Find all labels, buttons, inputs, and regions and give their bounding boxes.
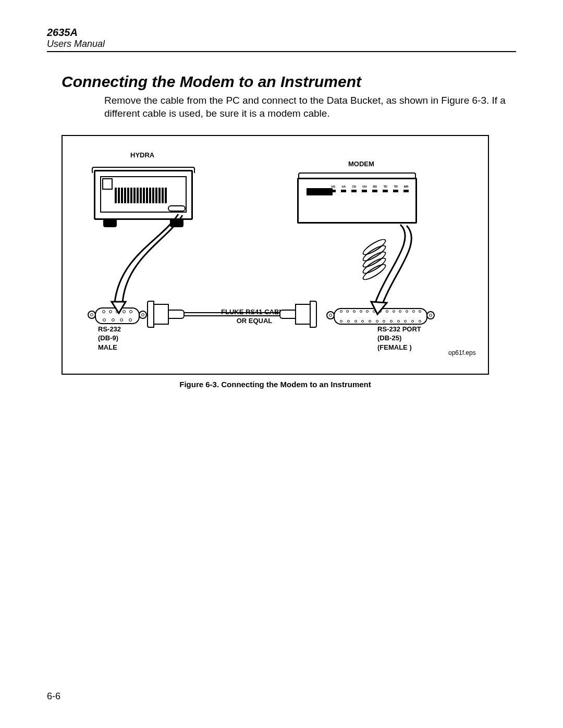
db25-connector-icon	[328, 307, 433, 326]
section-paragraph: Remove the cable from the PC and connect…	[104, 94, 506, 120]
page-number: 6-6	[47, 691, 60, 702]
page-header: 2635A Users Manual	[47, 26, 516, 52]
document-type: Users Manual	[47, 39, 516, 50]
label-modem: MODEM	[348, 159, 374, 169]
cable-coil-icon	[361, 243, 388, 276]
label-db25-port: RS-232 PORT (DB-25) (FEMALE )	[377, 325, 421, 352]
model-number: 2635A	[47, 26, 516, 39]
eps-filename: op61f.eps	[448, 349, 476, 356]
modem-led-row: HSAACDOHRDTDTRMR	[329, 185, 410, 192]
rs41-cable-icon	[151, 301, 313, 328]
hydra-vent-icon	[115, 188, 169, 203]
hydra-device-icon	[89, 165, 198, 227]
label-db9-port: RS-232 (DB-9) MALE	[98, 325, 121, 352]
db9-connector-icon	[89, 305, 146, 326]
modem-device-icon: HSAACDOHRDTDTRMR	[297, 172, 417, 224]
section-heading: Connecting the Modem to an Instrument	[62, 73, 516, 91]
label-hydra: HYDRA	[130, 151, 154, 160]
figure-6-3: HYDRA MODEM FLUKE RS41 CABLE OR EQUAL RS…	[62, 135, 489, 375]
figure-caption: Figure 6-3. Connecting the Modem to an I…	[62, 380, 489, 389]
